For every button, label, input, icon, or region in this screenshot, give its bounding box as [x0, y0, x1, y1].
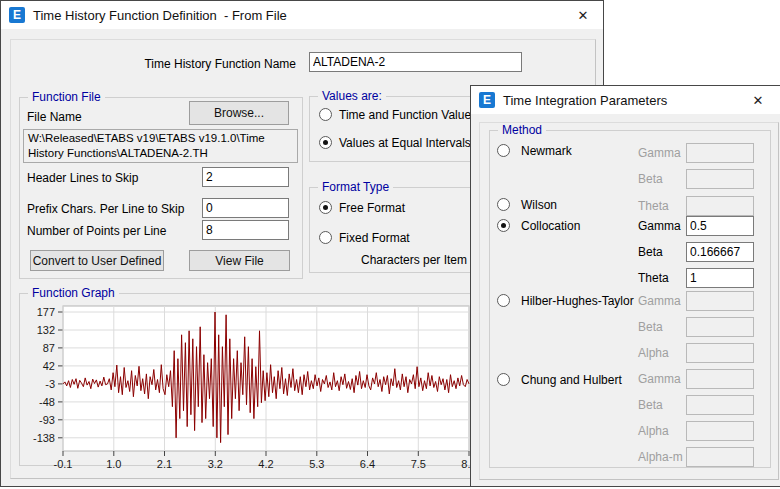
file-name-label: File Name	[27, 110, 82, 124]
radio-values-at-equal-intervals[interactable]	[319, 136, 332, 149]
chung-alpha-m-input	[686, 447, 754, 467]
title-bar[interactable]: E Time History Function Definition - Fro…	[1, 1, 603, 29]
svg-text:-93: -93	[39, 414, 55, 426]
close-icon[interactable]: ✕	[569, 6, 597, 25]
function-name-label: Time History Function Name	[61, 57, 296, 71]
radio-newmark-label: Newmark	[521, 144, 572, 158]
etabs-logo-icon: E	[9, 7, 25, 23]
dialog-title: Time History Function Definition - From …	[33, 8, 287, 23]
radio-fixed-format[interactable]	[319, 231, 332, 244]
function-graph-plot: 1771328742-3-48-93-138-0.11.02.13.24.25.…	[23, 303, 475, 471]
hht-alpha-label: Alpha	[638, 346, 669, 360]
points-per-line-label: Number of Points per Line	[27, 224, 166, 238]
close-icon[interactable]: ✕	[744, 91, 772, 110]
radio-chung-and-hulbert[interactable]	[497, 373, 510, 386]
radio-chung-and-hulbert-label: Chung and Hulbert	[521, 373, 622, 387]
file-path-display: W:\Released\ETABS v19\ETABS v19.1.0\Time…	[23, 129, 298, 163]
wilson-theta-label: Theta	[638, 199, 669, 213]
collocation-beta-input[interactable]	[686, 242, 754, 262]
hht-gamma-input	[686, 291, 754, 311]
prefix-chars-input[interactable]	[202, 198, 289, 218]
format-type-legend: Format Type	[318, 180, 393, 194]
radio-time-and-function-values[interactable]	[319, 108, 332, 121]
chung-alpha-m-label: Alpha-m	[638, 450, 683, 464]
collocation-beta-label: Beta	[638, 245, 663, 259]
collocation-theta-label: Theta	[638, 271, 669, 285]
radio-hilber-hughes-taylor-label: Hilber-Hughes-Taylor	[521, 294, 634, 308]
radio-newmark[interactable]	[497, 144, 510, 157]
svg-text:7.5: 7.5	[411, 458, 426, 470]
newmark-beta-input	[686, 169, 754, 189]
radio-fixed-format-label: Fixed Format	[339, 231, 410, 245]
browse-button[interactable]: Browse...	[189, 101, 289, 125]
collocation-gamma-label: Gamma	[638, 219, 681, 233]
svg-text:6.4: 6.4	[360, 458, 375, 470]
radio-collocation[interactable]	[497, 219, 510, 232]
hht-alpha-input	[686, 343, 754, 363]
ti-dialog-title: Time Integration Parameters	[503, 93, 667, 108]
radio-values-at-equal-intervals-label: Values at Equal Intervals of	[339, 136, 484, 150]
chung-beta-label: Beta	[638, 398, 663, 412]
radio-wilson-label: Wilson	[521, 198, 557, 212]
svg-text:42: 42	[43, 360, 55, 372]
method-legend: Method	[498, 123, 546, 137]
function-name-input[interactable]	[309, 52, 522, 72]
svg-text:87: 87	[43, 342, 55, 354]
hht-beta-input	[686, 317, 754, 337]
values-are-legend: Values are:	[318, 89, 386, 103]
hht-gamma-label: Gamma	[638, 294, 681, 308]
svg-text:2.1: 2.1	[157, 458, 172, 470]
characters-per-item-label: Characters per Item	[361, 253, 467, 267]
newmark-gamma-label: Gamma	[638, 146, 681, 160]
radio-wilson[interactable]	[497, 198, 510, 211]
function-file-legend: Function File	[28, 90, 105, 104]
function-graph-legend: Function Graph	[28, 286, 119, 300]
header-lines-label: Header Lines to Skip	[27, 171, 138, 185]
convert-to-user-defined-button[interactable]: Convert to User Defined	[30, 250, 164, 271]
collocation-theta-input[interactable]	[686, 268, 754, 288]
chung-gamma-input	[686, 369, 754, 389]
ti-title-bar[interactable]: E Time Integration Parameters ✕	[471, 86, 780, 114]
svg-text:-138: -138	[33, 432, 55, 444]
points-per-line-input[interactable]	[202, 220, 289, 240]
svg-text:4.2: 4.2	[258, 458, 273, 470]
svg-text:1.0: 1.0	[106, 458, 121, 470]
svg-text:5.3: 5.3	[309, 458, 324, 470]
prefix-chars-label: Prefix Chars. Per Line to Skip	[27, 202, 184, 216]
wilson-theta-input	[686, 196, 754, 216]
radio-time-and-function-values-label: Time and Function Values	[339, 108, 477, 122]
radio-collocation-label: Collocation	[521, 219, 580, 233]
newmark-gamma-input	[686, 143, 754, 163]
radio-hilber-hughes-taylor[interactable]	[497, 294, 510, 307]
chung-gamma-label: Gamma	[638, 372, 681, 386]
chung-alpha-label: Alpha	[638, 424, 669, 438]
newmark-beta-label: Beta	[638, 172, 663, 186]
view-file-button[interactable]: View File	[189, 250, 290, 271]
hht-beta-label: Beta	[638, 320, 663, 334]
svg-text:-0.1: -0.1	[54, 458, 73, 470]
svg-text:-48: -48	[39, 396, 55, 408]
etabs-logo-icon: E	[479, 92, 495, 108]
radio-free-format-label: Free Format	[339, 201, 405, 215]
svg-text:3.2: 3.2	[208, 458, 223, 470]
header-lines-input[interactable]	[202, 167, 289, 187]
svg-text:177: 177	[37, 306, 55, 318]
svg-text:-3: -3	[45, 378, 55, 390]
radio-free-format[interactable]	[319, 201, 332, 214]
time-integration-parameters-dialog: E Time Integration Parameters ✕ Method N…	[470, 85, 780, 487]
collocation-gamma-input[interactable]	[686, 216, 754, 236]
chung-beta-input	[686, 395, 754, 415]
svg-text:132: 132	[37, 324, 55, 336]
chung-alpha-input	[686, 421, 754, 441]
